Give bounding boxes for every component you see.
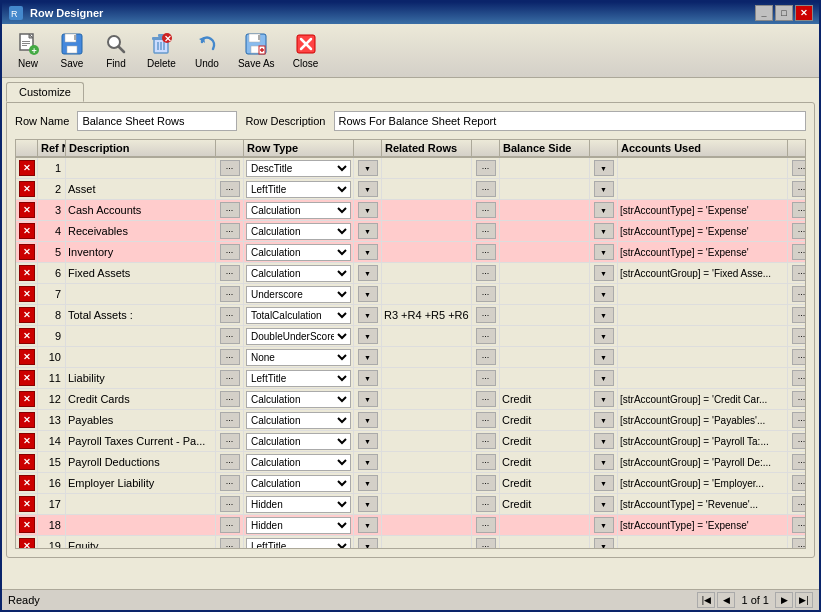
balance-dropdown-button[interactable]: ▼ (594, 433, 614, 449)
delete-row-button[interactable]: ✕ (19, 223, 35, 239)
save-button[interactable]: Save (52, 28, 92, 73)
balance-dropdown-button[interactable]: ▼ (594, 244, 614, 260)
undo-button[interactable]: Undo (187, 28, 227, 73)
accounts-dots-button[interactable]: ··· (792, 538, 806, 548)
row-type-select[interactable]: DescTitleLeftTitleCalculationTotalCalcul… (246, 433, 351, 450)
save-as-button[interactable]: Save As (231, 28, 282, 73)
delete-row-button[interactable]: ✕ (19, 160, 35, 176)
accounts-dots-button[interactable]: ··· (792, 349, 806, 365)
accounts-dots-button[interactable]: ··· (792, 412, 806, 428)
row-type-select[interactable]: DescTitleLeftTitleCalculationTotalCalcul… (246, 202, 351, 219)
row-type-select[interactable]: DescTitleLeftTitleCalculationTotalCalcul… (246, 370, 351, 387)
accounts-dots-button[interactable]: ··· (792, 370, 806, 386)
tab-customize[interactable]: Customize (6, 82, 84, 102)
delete-row-button[interactable]: ✕ (19, 202, 35, 218)
row-type-dropdown-button[interactable]: ▼ (358, 370, 378, 386)
desc-dots-button[interactable]: ··· (220, 370, 240, 386)
accounts-dots-button[interactable]: ··· (792, 496, 806, 512)
delete-row-button[interactable]: ✕ (19, 391, 35, 407)
delete-row-button[interactable]: ✕ (19, 475, 35, 491)
row-type-select[interactable]: DescTitleLeftTitleCalculationTotalCalcul… (246, 223, 351, 240)
balance-dropdown-button[interactable]: ▼ (594, 454, 614, 470)
desc-dots-button[interactable]: ··· (220, 307, 240, 323)
accounts-dots-button[interactable]: ··· (792, 181, 806, 197)
desc-dots-button[interactable]: ··· (220, 244, 240, 260)
accounts-dots-button[interactable]: ··· (792, 265, 806, 281)
row-type-select[interactable]: DescTitleLeftTitleCalculationTotalCalcul… (246, 391, 351, 408)
accounts-dots-button[interactable]: ··· (792, 433, 806, 449)
balance-dropdown-button[interactable]: ▼ (594, 202, 614, 218)
prev-page-button[interactable]: ◀ (717, 592, 735, 608)
next-page-button[interactable]: ▶ (775, 592, 793, 608)
row-type-dropdown-button[interactable]: ▼ (358, 517, 378, 533)
delete-row-button[interactable]: ✕ (19, 454, 35, 470)
delete-button[interactable]: ✕ Delete (140, 28, 183, 73)
row-type-dropdown-button[interactable]: ▼ (358, 286, 378, 302)
delete-row-button[interactable]: ✕ (19, 517, 35, 533)
desc-dots-button[interactable]: ··· (220, 160, 240, 176)
row-type-dropdown-button[interactable]: ▼ (358, 412, 378, 428)
delete-row-button[interactable]: ✕ (19, 412, 35, 428)
row-type-dropdown-button[interactable]: ▼ (358, 433, 378, 449)
related-dots-button[interactable]: ··· (476, 517, 496, 533)
row-type-dropdown-button[interactable]: ▼ (358, 223, 378, 239)
delete-row-button[interactable]: ✕ (19, 286, 35, 302)
balance-dropdown-button[interactable]: ▼ (594, 475, 614, 491)
related-dots-button[interactable]: ··· (476, 160, 496, 176)
row-type-select[interactable]: DescTitleLeftTitleCalculationTotalCalcul… (246, 475, 351, 492)
row-type-select[interactable]: DescTitleLeftTitleCalculationTotalCalcul… (246, 286, 351, 303)
desc-dots-button[interactable]: ··· (220, 391, 240, 407)
delete-row-button[interactable]: ✕ (19, 433, 35, 449)
accounts-dots-button[interactable]: ··· (792, 307, 806, 323)
close-button-toolbar[interactable]: Close (286, 28, 326, 73)
first-page-button[interactable]: |◀ (697, 592, 715, 608)
maximize-button[interactable]: □ (775, 5, 793, 21)
accounts-dots-button[interactable]: ··· (792, 328, 806, 344)
desc-dots-button[interactable]: ··· (220, 496, 240, 512)
related-dots-button[interactable]: ··· (476, 181, 496, 197)
row-type-select[interactable]: DescTitleLeftTitleCalculationTotalCalcul… (246, 181, 351, 198)
row-type-dropdown-button[interactable]: ▼ (358, 244, 378, 260)
balance-dropdown-button[interactable]: ▼ (594, 412, 614, 428)
accounts-dots-button[interactable]: ··· (792, 475, 806, 491)
row-type-select[interactable]: DescTitleLeftTitleCalculationTotalCalcul… (246, 517, 351, 534)
desc-dots-button[interactable]: ··· (220, 433, 240, 449)
balance-dropdown-button[interactable]: ▼ (594, 496, 614, 512)
related-dots-button[interactable]: ··· (476, 475, 496, 491)
related-dots-button[interactable]: ··· (476, 307, 496, 323)
balance-dropdown-button[interactable]: ▼ (594, 328, 614, 344)
related-dots-button[interactable]: ··· (476, 286, 496, 302)
row-type-dropdown-button[interactable]: ▼ (358, 496, 378, 512)
desc-dots-button[interactable]: ··· (220, 538, 240, 548)
desc-dots-button[interactable]: ··· (220, 454, 240, 470)
row-type-dropdown-button[interactable]: ▼ (358, 349, 378, 365)
row-name-input[interactable] (77, 111, 237, 131)
balance-dropdown-button[interactable]: ▼ (594, 370, 614, 386)
accounts-dots-button[interactable]: ··· (792, 244, 806, 260)
related-dots-button[interactable]: ··· (476, 349, 496, 365)
delete-row-button[interactable]: ✕ (19, 265, 35, 281)
desc-dots-button[interactable]: ··· (220, 223, 240, 239)
row-type-dropdown-button[interactable]: ▼ (358, 328, 378, 344)
delete-row-button[interactable]: ✕ (19, 181, 35, 197)
related-dots-button[interactable]: ··· (476, 433, 496, 449)
desc-dots-button[interactable]: ··· (220, 328, 240, 344)
accounts-dots-button[interactable]: ··· (792, 223, 806, 239)
row-type-select[interactable]: DescTitleLeftTitleCalculationTotalCalcul… (246, 349, 351, 366)
row-type-dropdown-button[interactable]: ▼ (358, 202, 378, 218)
related-dots-button[interactable]: ··· (476, 265, 496, 281)
accounts-dots-button[interactable]: ··· (792, 160, 806, 176)
row-type-dropdown-button[interactable]: ▼ (358, 160, 378, 176)
desc-dots-button[interactable]: ··· (220, 202, 240, 218)
row-type-select[interactable]: DescTitleLeftTitleCalculationTotalCalcul… (246, 538, 351, 549)
related-dots-button[interactable]: ··· (476, 391, 496, 407)
desc-dots-button[interactable]: ··· (220, 412, 240, 428)
minimize-button[interactable]: _ (755, 5, 773, 21)
row-type-select[interactable]: DescTitleLeftTitleCalculationTotalCalcul… (246, 454, 351, 471)
desc-dots-button[interactable]: ··· (220, 475, 240, 491)
desc-dots-button[interactable]: ··· (220, 286, 240, 302)
desc-dots-button[interactable]: ··· (220, 265, 240, 281)
balance-dropdown-button[interactable]: ▼ (594, 160, 614, 176)
delete-row-button[interactable]: ✕ (19, 349, 35, 365)
accounts-dots-button[interactable]: ··· (792, 286, 806, 302)
